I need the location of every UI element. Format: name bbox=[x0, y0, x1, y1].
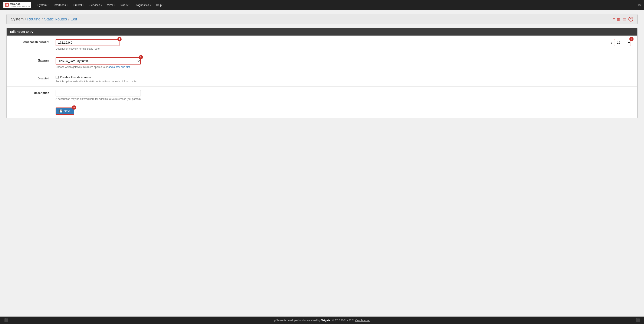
subnet-separator: / bbox=[610, 41, 613, 44]
card-header: Edit Route Entry bbox=[6, 28, 638, 35]
step-badge-2: 2 bbox=[629, 37, 634, 41]
save-button-wrapper: 💾 Save 4 bbox=[56, 107, 74, 115]
destination-network-input[interactable]: 172.16.0.0 bbox=[56, 39, 120, 46]
gateway-hint: Choose which gateway this route applies … bbox=[56, 65, 633, 68]
chart-bar-icon[interactable]: ▦ bbox=[617, 17, 620, 21]
description-label-col: Description bbox=[6, 90, 54, 94]
gateway-row: Gateway IPSEC_GW - dynamic 3 Choose whic… bbox=[6, 54, 638, 72]
breadcrumb-bar: System / Routing / Static Routes / Edit … bbox=[6, 14, 638, 24]
chevron-down-icon: ▾ bbox=[114, 4, 115, 6]
chevron-down-icon: ▾ bbox=[150, 4, 151, 6]
logo: pf pfSense COMMUNITY EDITION bbox=[4, 2, 31, 8]
description-input[interactable] bbox=[56, 90, 141, 96]
main-content: System / Routing / Static Routes / Edit … bbox=[0, 10, 644, 317]
nav-diagnostics[interactable]: Diagnostics ▾ bbox=[132, 2, 153, 8]
nav-vpn[interactable]: VPN ▾ bbox=[105, 2, 117, 8]
nav-help[interactable]: Help ▾ bbox=[154, 2, 166, 8]
disabled-checkbox[interactable] bbox=[56, 76, 58, 79]
dest-right: / 16 0 1 2 4 8 24 32 bbox=[610, 39, 631, 46]
chevron-down-icon: ▾ bbox=[67, 4, 68, 6]
footer-copyright: . © ESF 2004 - 2024 bbox=[331, 319, 355, 322]
brand: pf pfSense COMMUNITY EDITION bbox=[4, 2, 31, 8]
step-badge-3: 3 bbox=[139, 55, 143, 59]
nav-firewall[interactable]: Firewall ▾ bbox=[71, 2, 86, 8]
footer-center: pfSense is developed and maintained by N… bbox=[8, 319, 636, 322]
save-icon: 💾 bbox=[59, 109, 62, 113]
description-hint: A description may be entered here for ad… bbox=[56, 97, 633, 100]
footer: ⬛ pfSense is developed and maintained by… bbox=[0, 317, 644, 324]
nav-status[interactable]: Status ▾ bbox=[118, 2, 132, 8]
description-control-col: A description may be entered here for ad… bbox=[54, 90, 638, 100]
save-row: 💾 Save 4 bbox=[6, 104, 638, 118]
breadcrumb: System / Routing / Static Routes / Edit bbox=[11, 17, 77, 21]
gateway-select[interactable]: IPSEC_GW - dynamic bbox=[56, 57, 141, 64]
gateway-select-wrapper: IPSEC_GW - dynamic 3 bbox=[56, 57, 141, 64]
disabled-label: Disabled bbox=[38, 77, 49, 80]
footer-brand: Netgate bbox=[321, 319, 330, 322]
destination-network-label: Destination network bbox=[23, 40, 49, 43]
subnet-wrapper: / 16 0 1 2 4 8 24 32 bbox=[610, 39, 631, 46]
breadcrumb-sep-1: / bbox=[25, 17, 26, 21]
footer-text: pfSense is developed and maintained by bbox=[274, 319, 321, 322]
filter-icon[interactable]: ≡ bbox=[612, 17, 615, 21]
card-title: Edit Route Entry bbox=[10, 30, 34, 33]
disabled-checkbox-wrap: Disable this static route bbox=[56, 76, 633, 79]
help-icon[interactable]: ? bbox=[628, 17, 633, 21]
destination-network-hint: Destination network for this static rout… bbox=[56, 47, 633, 50]
nav-system[interactable]: System ▾ bbox=[35, 2, 51, 8]
breadcrumb-sep-3: / bbox=[68, 17, 69, 21]
dest-left: 172.16.0.0 1 bbox=[56, 39, 120, 46]
breadcrumb-sep-2: / bbox=[42, 17, 43, 21]
table-icon[interactable]: ▤ bbox=[623, 17, 626, 21]
destination-network-label-col: Destination network bbox=[6, 39, 54, 43]
disabled-checkbox-label: Disable this static route bbox=[60, 76, 91, 79]
description-row: Description A description may be entered… bbox=[6, 87, 638, 104]
gateway-control-col: IPSEC_GW - dynamic 3 Choose which gatewa… bbox=[54, 57, 638, 68]
card-body: Destination network 172.16.0.0 1 / bbox=[6, 35, 638, 118]
logo-text: pfSense COMMUNITY EDITION bbox=[10, 2, 30, 8]
disabled-row: Disabled Disable this static route Set t… bbox=[6, 72, 638, 87]
breadcrumb-routing[interactable]: Routing bbox=[27, 17, 40, 21]
footer-left-icon[interactable]: ⬛ bbox=[4, 318, 8, 322]
chevron-down-icon: ▾ bbox=[128, 4, 130, 6]
add-gateway-link[interactable]: add a new one first bbox=[108, 65, 130, 68]
disabled-hint: Set this option to disable this static r… bbox=[56, 80, 633, 83]
destination-input-wrapper: 172.16.0.0 1 bbox=[56, 39, 120, 46]
subnet-select[interactable]: 16 0 1 2 4 8 24 32 bbox=[614, 39, 631, 46]
navbar: pf pfSense COMMUNITY EDITION System ▾ In… bbox=[0, 0, 644, 10]
chevron-down-icon: ▾ bbox=[101, 4, 102, 6]
step-badge-1: 1 bbox=[117, 37, 122, 41]
save-button[interactable]: 💾 Save bbox=[56, 107, 74, 115]
step-badge-4: 4 bbox=[72, 105, 76, 110]
disabled-label-col: Disabled bbox=[6, 76, 54, 80]
chevron-down-icon: ▾ bbox=[162, 4, 164, 6]
breadcrumb-system: System bbox=[11, 17, 24, 21]
description-label: Description bbox=[34, 91, 49, 94]
nav-items: System ▾ Interfaces ▾ Firewall ▾ Service… bbox=[35, 2, 638, 8]
destination-network-control-col: 172.16.0.0 1 / 16 0 1 2 bbox=[54, 39, 638, 50]
chevron-down-icon: ▾ bbox=[83, 4, 84, 6]
disabled-control-col: Disable this static route Set this optio… bbox=[54, 76, 638, 83]
destination-network-row: Destination network 172.16.0.0 1 / bbox=[6, 35, 638, 54]
breadcrumb-edit: Edit bbox=[70, 17, 77, 21]
save-label: Save bbox=[64, 109, 71, 113]
gateway-label-col: Gateway bbox=[6, 57, 54, 62]
chevron-down-icon: ▾ bbox=[48, 4, 48, 6]
logo-icon: pf bbox=[5, 3, 9, 6]
breadcrumb-static-routes[interactable]: Static Routes bbox=[44, 17, 67, 21]
nav-services[interactable]: Services ▾ bbox=[87, 2, 104, 8]
edit-route-card: Edit Route Entry Destination network 172… bbox=[6, 28, 638, 118]
breadcrumb-icons: ≡ ▦ ▤ ? bbox=[612, 17, 633, 21]
nav-interfaces[interactable]: Interfaces ▾ bbox=[52, 2, 70, 8]
footer-license-link[interactable]: View license. bbox=[355, 319, 370, 322]
logout-icon[interactable]: ⎋ bbox=[638, 3, 640, 7]
destination-fields: 172.16.0.0 1 / 16 0 1 2 bbox=[56, 39, 633, 46]
gateway-label: Gateway bbox=[38, 58, 49, 62]
footer-right-icon[interactable]: ⬛ bbox=[636, 318, 640, 322]
